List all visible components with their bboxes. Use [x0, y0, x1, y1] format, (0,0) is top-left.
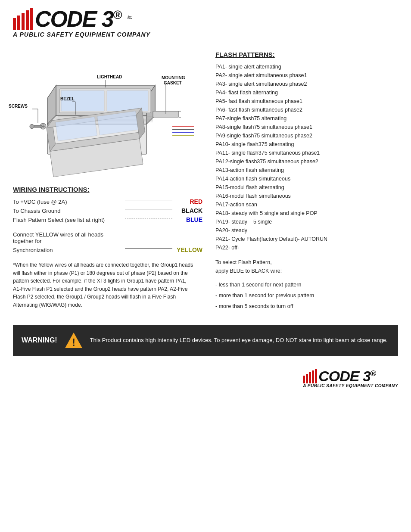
flash-pattern-item: PA14-action flash simultaneous: [215, 174, 398, 183]
svg-text:MOUNTING: MOUNTING: [162, 75, 185, 80]
wiring-color-red: RED: [172, 198, 202, 205]
flash-pattern-item: PA16-modul flash simultaneous: [215, 192, 398, 200]
svg-rect-23: [34, 125, 42, 128]
warning-text: This Product contains high intensity LED…: [90, 336, 388, 345]
flash-pattern-item: PA21- Cycle Flash(factory Default)- AUTO…: [215, 235, 398, 243]
left-column: SCREWS BEZEL LIGHTHEAD MOUNTING GASKET W…: [13, 47, 202, 312]
flash-pattern-item: PA6- fast flash simultaneous phase2: [215, 106, 398, 114]
logo-text: CODE 3® inc.: [35, 8, 131, 30]
footnote-text: *When the Yellow wires of all heads are …: [13, 262, 193, 308]
footer-stripes-icon: [303, 369, 317, 383]
wiring-label-3: Flash Pattern Select (see list at right): [13, 217, 125, 223]
warning-box: WARNING! ! This Product contains high in…: [13, 325, 398, 356]
flash-pattern-item: PA10- single flash375 alternating: [215, 140, 398, 149]
logo-inc: inc.: [128, 15, 131, 20]
svg-text:BEZEL: BEZEL: [60, 96, 75, 101]
flash-bullet-item: - less than 1 second for next pattern: [215, 280, 398, 290]
flash-pattern-item: PA22- off-: [215, 243, 398, 252]
footer: CODE 3® A PUBLIC SAFETY EQUIPMENT COMPAN…: [0, 364, 411, 397]
wiring-row-1: To +VDC (fuse @ 2A) RED To Chassis Groun…: [13, 198, 202, 223]
flash-bullet-item: - more than 5 seconds to turn off: [215, 301, 398, 312]
main-content: SCREWS BEZEL LIGHTHEAD MOUNTING GASKET W…: [0, 42, 411, 312]
svg-text:LIGHTHEAD: LIGHTHEAD: [97, 75, 122, 79]
wiring-color-black: BLACK: [172, 207, 202, 214]
flash-bullets: - less than 1 second for next pattern- m…: [215, 280, 398, 312]
logo: CODE 3® inc. A PUBLIC SAFETY EQUIPMENT C…: [13, 8, 150, 38]
svg-rect-7: [107, 90, 148, 111]
diagram-area: SCREWS BEZEL LIGHTHEAD MOUNTING GASKET: [9, 51, 202, 186]
warning-label: WARNING!: [22, 336, 57, 344]
header: CODE 3® inc. A PUBLIC SAFETY EQUIPMENT C…: [0, 0, 411, 42]
flash-pattern-item: PA4- flast flash alternating: [215, 88, 398, 97]
wiring-sync-section: Connect YELLOW wires of all heads togeth…: [13, 231, 202, 253]
diagram-svg: SCREWS BEZEL LIGHTHEAD MOUNTING GASKET: [9, 51, 190, 184]
wiring-section: WIRING INSTRUCTIONS: To +VDC (fuse @ 2A)…: [13, 186, 202, 309]
flash-pattern-item: PA19- steady – 5 single: [215, 218, 398, 226]
flash-pattern-item: PA11- single flash375 simultaneous phase…: [215, 149, 398, 157]
wiring-footnote: *When the Yellow wires of all heads are …: [13, 261, 194, 309]
flash-select-line2: apply BLUE to BLACK wire:: [215, 267, 398, 275]
wiring-color-yellow: YELLOW: [172, 246, 202, 253]
flash-pattern-list: PA1- single alert alternatingPA2- single…: [215, 62, 398, 252]
flash-pattern-item: PA17-action scan: [215, 200, 398, 209]
flash-pattern-item: PA12-single flash375 simultaneous phase2: [215, 157, 398, 166]
svg-point-24: [30, 124, 34, 129]
footer-tagline: A PUBLIC SAFETY EQUIPMENT COMPANY: [303, 383, 398, 388]
wiring-label-2: To Chassis Ground: [13, 208, 125, 214]
flash-pattern-item: PA18- steady with 5 single and single PO…: [215, 209, 398, 218]
footer-logo: CODE 3® A PUBLIC SAFETY EQUIPMENT COMPAN…: [303, 369, 398, 388]
warning-triangle-icon: !: [64, 331, 83, 350]
flash-pattern-item: PA3- single alert simultaneous phase2: [215, 80, 398, 88]
logo-stripes-icon: [13, 8, 33, 30]
flash-pattern-item: PA15-modul flash alternating: [215, 183, 398, 192]
flash-pattern-item: PA5- fast flash simultaneous phase1: [215, 97, 398, 106]
flash-pattern-item: PA2- single alert simultaneous phase1: [215, 71, 398, 80]
flash-pattern-item: PA20- steady: [215, 226, 398, 235]
flash-select-text: To select Flash Pattern, apply BLUE to B…: [215, 258, 398, 275]
footer-logo-text: CODE 3®: [318, 369, 376, 383]
flash-pattern-item: PA7-single flash75 alternating: [215, 114, 398, 123]
flash-pattern-item: PA13-action flash alternating: [215, 166, 398, 174]
footer-logo-top: CODE 3®: [303, 369, 376, 383]
svg-text:!: !: [72, 336, 75, 348]
flash-select-line1: To select Flash Pattern,: [215, 258, 398, 267]
flash-pattern-item: PA8-single flash75 simultaneous phase1: [215, 123, 398, 131]
wiring-title: WIRING INSTRUCTIONS:: [13, 186, 202, 193]
right-column: FLASH PATTERNS: PA1- single alert altern…: [215, 47, 398, 312]
wiring-label-1: To +VDC (fuse @ 2A): [13, 199, 125, 205]
wiring-connect-label: Connect YELLOW wires of all heads togeth…: [13, 231, 121, 244]
svg-text:SCREWS: SCREWS: [9, 104, 28, 109]
logo-tagline: A PUBLIC SAFETY EQUIPMENT COMPANY: [13, 31, 150, 38]
flash-pattern-item: PA1- single alert alternating: [215, 62, 398, 71]
wiring-color-blue: BLUE: [172, 216, 202, 223]
wiring-sync-label: Synchronization: [13, 247, 125, 253]
logo-top: CODE 3® inc.: [13, 8, 150, 30]
flash-title: FLASH PATTERNS:: [215, 51, 398, 58]
flash-bullet-item: - more than 1 second for previous patter…: [215, 290, 398, 301]
svg-text:GASKET: GASKET: [164, 81, 182, 85]
flash-pattern-item: PA9-single flash75 simultaneous phase2: [215, 131, 398, 140]
